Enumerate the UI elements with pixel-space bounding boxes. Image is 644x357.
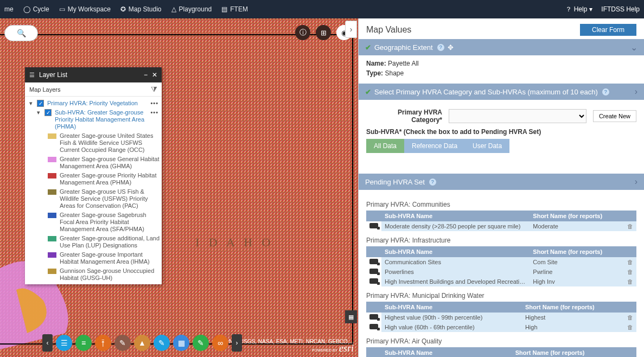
geographic-extent-body: Name: Payette All Type: Shape [359, 55, 644, 84]
select-hvra-body: Primary HVRA Category* Create New Sub-HV… [359, 100, 644, 157]
tool-marker[interactable]: ✎ [154, 335, 170, 351]
nav-mapstudio[interactable]: ✪Map Studio [120, 5, 162, 13]
delete-row-button[interactable]: 🗑 [624, 221, 636, 231]
short-name: High [522, 322, 624, 332]
tool-upload[interactable]: ⭱ [95, 335, 111, 351]
layer-primary-menu[interactable]: ••• [150, 100, 158, 106]
layer-swatch [48, 157, 56, 162]
layers-icon: ☰ [29, 72, 35, 79]
help-icon[interactable]: ? [437, 44, 444, 51]
tool-share[interactable]: ∞ [212, 335, 228, 351]
panel-collapse-chevron[interactable]: › [345, 21, 357, 38]
nav-workspace[interactable]: ▭My Workspace [59, 5, 111, 13]
info-button[interactable]: ⓘ [295, 25, 310, 40]
delete-row-button[interactable]: 🗑 [624, 267, 636, 277]
attribute-table-button[interactable]: ▦ [345, 310, 357, 323]
help-icon[interactable]: ? [429, 178, 436, 186]
sub-hvra-name: High value (60th - 69th percentile) [381, 322, 522, 332]
layer-sub-checkbox[interactable]: ✓ [44, 109, 52, 116]
geographic-extent-bar[interactable]: ✔ Geographic Extent ? ✥ ⌄ [359, 39, 644, 55]
right-panel[interactable]: Map Values Clear Form ✔ Geographic Exten… [358, 18, 644, 357]
layer-leaf[interactable]: Greater Sage-grouse additional, Land Use… [48, 234, 161, 250]
layer-leaf[interactable]: Greater Sage-grouse US Fish & Wildlife S… [48, 187, 161, 211]
select-hvra-bar[interactable]: ✔ Select Primary HVRA Category and Sub-H… [359, 84, 644, 100]
esri-attribution: ...NC, USGS, NASA, ESA, METI, NRCAN, GEB… [225, 339, 354, 354]
nav-playground[interactable]: △Playground [171, 5, 212, 13]
pending-table: Sub-HVRA NameShort Name (for reports)Hig… [366, 347, 636, 357]
layer-primary-label[interactable]: Primary HVRA: Priority Vegetation [47, 100, 147, 107]
extent-button[interactable]: ⊞ [316, 25, 331, 40]
upload-icon: ⭱ [99, 339, 107, 347]
layer-panel-body[interactable]: ▾ ✓ Primary HVRA: Priority Vegetation ••… [25, 97, 162, 284]
link-icon: ∞ [218, 339, 223, 347]
topnav: me ◯Cycle ▭My Workspace ✪Map Studio △Pla… [0, 5, 248, 13]
tab-reference-data[interactable]: Reference Data [404, 139, 465, 153]
iftdss-help[interactable]: IFTDSS Help [601, 5, 640, 13]
primary-category-select[interactable] [449, 109, 586, 123]
tool-draw[interactable]: ✎ [114, 335, 131, 351]
tab-user-data[interactable]: User Data [465, 139, 509, 153]
close-icon[interactable]: ✕ [152, 71, 157, 79]
pending-hvra-bar[interactable]: Pending HVRA Set ? › [359, 174, 644, 190]
topbar: me ◯Cycle ▭My Workspace ✪Map Studio △Pla… [0, 0, 644, 18]
clear-form-button[interactable]: Clear Form [580, 24, 636, 36]
nav-home[interactable]: me [4, 5, 14, 13]
us-map-icon [369, 259, 378, 264]
toolbar-next[interactable]: › [232, 334, 242, 352]
tab-all-data[interactable]: All Data [366, 139, 404, 153]
map-area[interactable]: I D A H O 🔍 ⓘ ⊞ ◉ › ▦ ...NC, USGS, NASA,… [0, 18, 358, 357]
layer-swatch [48, 236, 56, 241]
create-new-button[interactable]: Create New [593, 110, 636, 122]
pending-group-title: Primary HVRA: Municipal Drinking Water [366, 292, 636, 299]
layer-swatch [48, 213, 56, 218]
help-icon: ？ [565, 5, 572, 14]
delete-row-button[interactable]: 🗑 [624, 257, 636, 267]
tool-fire[interactable]: ▲ [134, 335, 150, 351]
short-name: Pwrline [530, 267, 624, 277]
collapse-icon[interactable]: ▾ [36, 109, 41, 116]
layer-primary-row: ▾ ✓ Primary HVRA: Priority Vegetation ••… [26, 99, 161, 108]
layer-leaf[interactable]: Greater Sage-grouse Priority Habitat Man… [48, 171, 161, 187]
help-dropdown[interactable]: ？Help▾ [565, 5, 593, 14]
filter-icon[interactable]: ⧩ [151, 85, 157, 94]
type-value: Shape [385, 69, 404, 77]
short-name: High Inv [530, 277, 624, 286]
layer-panel-subhead: Map Layers ⧩ [25, 82, 162, 97]
delete-row-button[interactable]: 🗑 [624, 313, 636, 322]
tool-grid[interactable]: ▦ [173, 335, 189, 351]
layer-leaf[interactable]: Gunnison Sage-grouse Unoccupied Habitat … [48, 266, 161, 283]
pending-table: Sub-HVRA NameShort Name (for reports)Com… [366, 246, 636, 286]
layer-sub-label[interactable]: Sub-HVRA: Greater Sage-grouse Priority H… [55, 109, 147, 130]
delete-row-button[interactable]: 🗑 [624, 322, 636, 332]
pending-table: Sub-HVRA NameShort Name (for reports)Mod… [366, 211, 636, 231]
layer-primary-checkbox[interactable]: ✓ [37, 100, 44, 107]
layer-leaf[interactable]: Greater Sage-grouse Sagebrush Focal Area… [48, 211, 161, 234]
stack-icon: ≡ [81, 339, 86, 347]
toolbar-prev[interactable]: ‹ [42, 334, 53, 352]
pending-hvra-heading: Pending HVRA Set [365, 178, 425, 186]
minimize-icon[interactable]: − [144, 71, 148, 79]
name-value: Payette All [388, 60, 419, 67]
layer-sub-menu[interactable]: ••• [150, 109, 158, 116]
extent-icon: ⊞ [321, 29, 327, 37]
table-row: Highest value (90th - 99th percentile)Hi… [366, 313, 636, 322]
playground-icon: △ [171, 5, 176, 13]
chevron-right-icon[interactable]: › [635, 87, 637, 97]
move-icon[interactable]: ✥ [448, 43, 454, 52]
collapse-icon[interactable]: ▾ [28, 100, 34, 107]
layer-leaf[interactable]: Greater Sage-grouse United States Fish &… [48, 131, 161, 155]
search-box[interactable]: 🔍 [4, 25, 38, 41]
layer-panel-header[interactable]: ☰ Layer List − ✕ [25, 67, 162, 82]
layer-leaf[interactable]: Greater Sage-grouse Important Habitat Ma… [48, 250, 161, 266]
chevron-right-icon[interactable]: › [635, 177, 637, 187]
nav-ftem[interactable]: ▤FTEM [221, 5, 248, 13]
tool-basemap[interactable]: ≡ [75, 335, 92, 351]
tool-layers[interactable]: ☰ [56, 335, 72, 351]
help-icon[interactable]: ? [602, 88, 609, 95]
layer-leaf[interactable]: Greater Sage-grouse General Habitat Mana… [48, 155, 161, 171]
chevron-down-icon[interactable]: ⌄ [630, 42, 637, 53]
tool-edit[interactable]: ✎ [193, 335, 209, 351]
chevron-right-icon: › [350, 25, 353, 34]
delete-row-button[interactable]: 🗑 [624, 277, 636, 286]
nav-cycle[interactable]: ◯Cycle [23, 5, 49, 13]
